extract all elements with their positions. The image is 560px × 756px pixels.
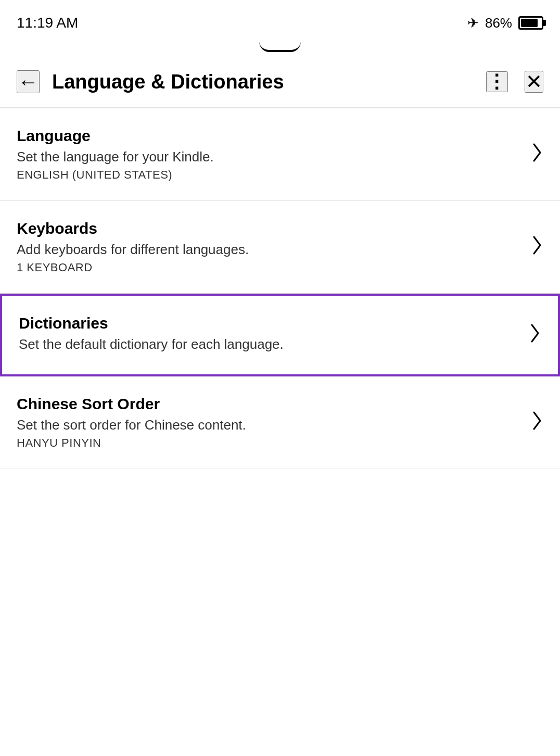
battery-fill bbox=[521, 19, 538, 27]
menu-item-title-language: Language bbox=[17, 127, 523, 145]
header: ← Language & Dictionaries ⋮ ✕ bbox=[0, 56, 560, 108]
chevron-right-icon-chinese-sort-order bbox=[531, 410, 543, 435]
status-time: 11:19 AM bbox=[17, 15, 78, 31]
chevron-right-icon-keyboards bbox=[531, 235, 543, 260]
chevron-svg-dictionaries bbox=[529, 323, 541, 344]
menu-item-badge-keyboards: 1 KEYBOARD bbox=[17, 261, 523, 274]
swipe-curve bbox=[259, 42, 301, 52]
back-button[interactable]: ← bbox=[17, 70, 40, 93]
swipe-indicator bbox=[0, 42, 560, 56]
chevron-right-icon-dictionaries bbox=[529, 323, 541, 348]
menu-item-title-keyboards: Keyboards bbox=[17, 220, 523, 237]
menu-item-title-dictionaries: Dictionaries bbox=[19, 314, 520, 332]
menu-item-dictionaries[interactable]: Dictionaries Set the default dictionary … bbox=[0, 294, 560, 376]
airplane-icon: ✈ bbox=[467, 15, 479, 31]
menu-item-description-dictionaries: Set the default dictionary for each lang… bbox=[19, 336, 520, 352]
chevron-right-icon-language bbox=[531, 142, 543, 167]
page-title: Language & Dictionaries bbox=[52, 71, 486, 93]
menu-item-content-language: Language Set the language for your Kindl… bbox=[17, 127, 523, 182]
close-button[interactable]: ✕ bbox=[525, 71, 543, 93]
menu-item-description-language: Set the language for your Kindle. bbox=[17, 149, 523, 165]
status-icons: ✈ 86% bbox=[467, 15, 543, 31]
menu-item-content-chinese-sort-order: Chinese Sort Order Set the sort order fo… bbox=[17, 395, 523, 450]
battery-icon bbox=[518, 16, 543, 30]
chevron-svg-chinese-sort-order bbox=[531, 410, 543, 431]
chevron-svg-language bbox=[531, 142, 543, 163]
header-actions: ⋮ ✕ bbox=[486, 71, 543, 93]
chevron-svg-keyboards bbox=[531, 235, 543, 256]
menu-item-badge-chinese-sort-order: HANYU PINYIN bbox=[17, 436, 523, 450]
menu-item-content-keyboards: Keyboards Add keyboards for different la… bbox=[17, 220, 523, 274]
menu-list: Language Set the language for your Kindl… bbox=[0, 108, 560, 469]
battery-percent: 86% bbox=[485, 15, 512, 31]
menu-item-language[interactable]: Language Set the language for your Kindl… bbox=[0, 108, 560, 201]
menu-item-content-dictionaries: Dictionaries Set the default dictionary … bbox=[19, 314, 520, 356]
status-bar: 11:19 AM ✈ 86% bbox=[0, 0, 560, 42]
menu-item-chinese-sort-order[interactable]: Chinese Sort Order Set the sort order fo… bbox=[0, 376, 560, 469]
menu-item-description-chinese-sort-order: Set the sort order for Chinese content. bbox=[17, 417, 523, 433]
menu-item-keyboards[interactable]: Keyboards Add keyboards for different la… bbox=[0, 201, 560, 294]
menu-item-title-chinese-sort-order: Chinese Sort Order bbox=[17, 395, 523, 413]
battery-body bbox=[518, 16, 543, 30]
more-menu-button[interactable]: ⋮ bbox=[486, 71, 508, 92]
menu-item-description-keyboards: Add keyboards for different languages. bbox=[17, 242, 523, 258]
menu-item-badge-language: ENGLISH (UNITED STATES) bbox=[17, 168, 523, 182]
